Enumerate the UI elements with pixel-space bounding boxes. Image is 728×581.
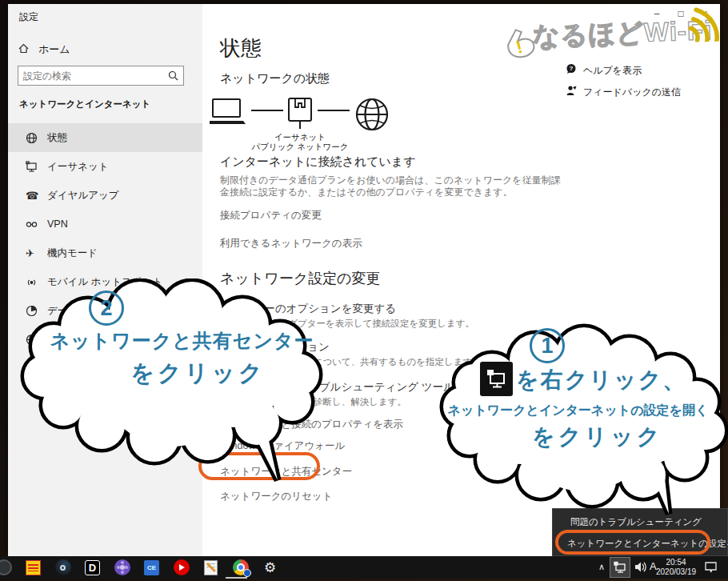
sidebar-item-home[interactable]: ホーム [18, 39, 194, 60]
globe-icon [26, 132, 47, 144]
home-icon [18, 42, 38, 57]
ethernet-tray-icon [480, 362, 513, 396]
globe-icon [357, 99, 387, 130]
settings-search-box[interactable] [18, 66, 184, 86]
sidebar-item-airplane-mode[interactable]: ✈ 機内モード [8, 238, 202, 267]
media-player-icon[interactable] [107, 556, 137, 579]
step2-number: 2 [89, 290, 124, 326]
step1-line2: ネットワークとインターネットの設定を開く [440, 403, 716, 419]
link-network-reset[interactable]: ネットワークのリセット [220, 490, 332, 503]
step1-number: 1 [530, 328, 565, 363]
close-button[interactable]: × [693, 6, 717, 22]
nav-label: VPN [47, 218, 68, 230]
network-type-label: パブリック ネットワーク [236, 142, 364, 153]
step1-line3: をクリック [532, 422, 662, 452]
laptop-icon [210, 99, 246, 124]
minimize-button[interactable]: – [645, 6, 669, 22]
feedback-person-icon [566, 85, 583, 99]
connection-status: インターネットに接続されています [220, 154, 416, 170]
settings-gear-icon[interactable]: ⚙ [255, 556, 285, 579]
highlight-open-network-settings [555, 530, 710, 555]
clock-date: 2020/03/19 [650, 567, 702, 577]
search-input[interactable] [18, 70, 168, 82]
help-bubble-icon: ? [566, 63, 583, 78]
steam-icon[interactable] [48, 556, 78, 579]
step2-line2: をクリック [112, 358, 284, 390]
tray-network-icon[interactable] [610, 557, 630, 578]
nav-label: 機内モード [47, 246, 98, 260]
ethernet-icon [26, 161, 47, 173]
link-available-networks[interactable]: 利用できるネットワークの表示 [220, 237, 362, 250]
network-status-heading: ネットワークの状態 [220, 71, 330, 86]
sidebar-item-status[interactable]: 状態 [8, 123, 202, 152]
svg-text:?: ? [570, 65, 574, 72]
window-controls: – □ × [645, 6, 717, 22]
step2-line1: ネットワークと共有センター [44, 328, 320, 354]
window-title: 設定 [19, 10, 38, 24]
clock-time: 20:54 [650, 558, 702, 567]
chrome-icon[interactable] [226, 556, 255, 579]
sidebar-home-label: ホーム [38, 42, 70, 57]
nav-label: 状態 [47, 131, 67, 145]
airplane-icon: ✈ [26, 247, 47, 259]
link-send-feedback[interactable]: フィードバックの送信 [566, 85, 681, 99]
phone-icon: ☎ [26, 190, 47, 202]
connection-desc-line2: 金接続に設定するか、またはその他のプロパティを変更できます。 [220, 186, 513, 199]
ethernet-port-icon [289, 98, 311, 129]
send-feedback-label: フィードバックの送信 [583, 86, 681, 99]
sidebar-item-vpn[interactable]: VPN [8, 210, 202, 238]
show-help-label: ヘルプを表示 [583, 64, 642, 78]
link-connection-properties[interactable]: 接続プロパティの変更 [220, 209, 322, 222]
nav-label: ダイヤルアップ [47, 189, 119, 202]
tray-clock[interactable]: 20:54 2020/03/19 [650, 558, 702, 577]
notepad-icon[interactable] [196, 556, 226, 579]
page-title: 状態 [220, 34, 262, 62]
tray-volume-icon[interactable] [634, 561, 648, 576]
step1-after-icon: を右クリック、 [516, 365, 686, 395]
taskbar-apps: D CE ⚙ [0, 556, 285, 579]
active-app-indicator [226, 577, 247, 579]
obs-icon[interactable] [0, 556, 18, 579]
action-center-icon[interactable] [704, 561, 718, 577]
game-icon[interactable] [18, 556, 48, 579]
ce-app-icon[interactable]: CE [137, 556, 166, 579]
sidebar-item-dialup[interactable]: ☎ ダイヤルアップ [8, 181, 202, 210]
sidebar-item-ethernet[interactable]: イーサネット [8, 152, 202, 181]
taskbar: D CE ⚙ ∧ A 20:54 2020/03/19 [0, 556, 728, 579]
link-show-help[interactable]: ? ヘルプを表示 [566, 63, 642, 78]
maximize-button[interactable]: □ [669, 6, 693, 22]
youtube-music-icon[interactable] [166, 556, 196, 579]
d-anime-icon[interactable]: D [78, 556, 107, 579]
search-icon[interactable] [168, 70, 183, 81]
sidebar-section-title: ネットワークとインターネット [19, 98, 150, 110]
tray-chevron-up-icon[interactable]: ∧ [598, 562, 605, 572]
vpn-icon [26, 218, 47, 230]
nav-label: イーサネット [47, 160, 108, 174]
